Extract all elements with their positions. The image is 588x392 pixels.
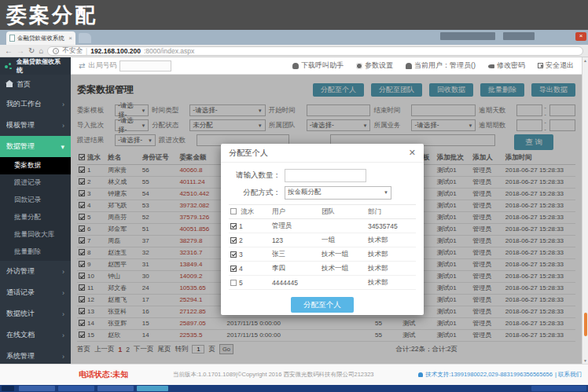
modal-row-select-cell: 4 bbox=[229, 262, 270, 276]
applink-change-password[interactable]: 修改密码 bbox=[488, 60, 525, 71]
applink-label: 参数设置 bbox=[365, 60, 393, 71]
browser-address-bar: ← → ↻ ⌂ i 不安全 | 192.168.100.200 :8000/in… bbox=[0, 45, 588, 57]
chevron-icon: › bbox=[62, 353, 64, 361]
applink-current-user[interactable]: 当前用户：管理员() bbox=[406, 60, 476, 71]
modal-row-checkbox[interactable] bbox=[230, 237, 237, 244]
refresh-icon[interactable]: ↻ bbox=[28, 46, 35, 57]
applink-param-settings[interactable]: 参数设置 bbox=[356, 60, 393, 71]
modal-table-row[interactable]: 54444445技术部 bbox=[229, 276, 416, 290]
sidebar-item-label: 我的工作台 bbox=[6, 99, 62, 109]
sidebar-item-label: 系统管理 bbox=[6, 351, 62, 361]
sidebar-item-system-mgmt[interactable]: 系统管理› bbox=[0, 346, 71, 364]
modal-row-seq: 2 bbox=[239, 236, 243, 244]
sidebar-item-case-data[interactable]: 委案数据 bbox=[0, 157, 71, 174]
modal-cell-dept: 技术部 bbox=[366, 262, 416, 276]
phone-status: 电话状态:未知 bbox=[79, 369, 128, 380]
tab-title: 金融贷款催收系统 bbox=[17, 35, 66, 42]
appbar-links: 下载呼叫助手参数设置当前用户：管理员()修改密码安全退出 bbox=[292, 60, 574, 71]
scrollbar-thumb[interactable] bbox=[584, 313, 587, 336]
sidebar-item-batch-recycle[interactable]: 批量回收大库 bbox=[0, 226, 71, 244]
contact-link[interactable]: | 联系我们 bbox=[555, 371, 582, 379]
browser-tab[interactable]: 金融贷款催收系统 × bbox=[6, 31, 75, 45]
sidebar-item-label: 在线文档 bbox=[6, 330, 62, 340]
applink-label: 修改密码 bbox=[497, 60, 525, 71]
security-label: 不安全 bbox=[62, 46, 83, 56]
scrollbar[interactable]: ▲ ▼ bbox=[582, 57, 588, 364]
modal-table-row[interactable]: 2123一组技术部 bbox=[229, 233, 416, 247]
sidebar-item-batch-delete[interactable]: 批量删除 bbox=[0, 244, 71, 261]
sidebar-item-online-docs[interactable]: 在线文档› bbox=[0, 324, 71, 346]
modal-assign-button[interactable]: 分配至个人 bbox=[291, 297, 354, 313]
taskbar-tray bbox=[531, 386, 586, 391]
sidebar-item-visit-mgmt[interactable]: 外访管理› bbox=[0, 261, 71, 282]
assign-method-value: 按金额分配 bbox=[288, 188, 322, 197]
applink-download-helper[interactable]: 下载呼叫助手 bbox=[292, 60, 344, 71]
scroll-down-icon[interactable]: ▼ bbox=[582, 358, 588, 363]
background-window bbox=[503, 32, 535, 40]
modal-cell-team bbox=[320, 219, 366, 233]
sidebar: 首页我的工作台›模板管理›数据管理▾委案数据跟进记录回款记录批量分配批量回收大库… bbox=[0, 75, 71, 364]
url-path: :8000/index.aspx bbox=[144, 47, 194, 55]
modal-column-header-2: 团队 bbox=[320, 205, 366, 219]
modal-row-checkbox[interactable] bbox=[230, 280, 237, 286]
new-tab-button[interactable] bbox=[79, 33, 91, 43]
modal-row-select-cell: 2 bbox=[229, 233, 270, 247]
modal-table-row[interactable]: 1管理员34535745 bbox=[229, 219, 416, 233]
home-nav-icon[interactable]: ⌂ bbox=[39, 46, 43, 57]
modal-cell-user: 4444445 bbox=[270, 276, 320, 290]
modal-table-row[interactable]: 3张三技术一组技术部 bbox=[229, 247, 416, 262]
outbound-number-input[interactable] bbox=[119, 60, 171, 71]
back-icon[interactable]: ← bbox=[5, 46, 13, 57]
applink-logout[interactable]: 安全退出 bbox=[538, 60, 574, 71]
sidebar-item-batch-assign[interactable]: 批量分配 bbox=[0, 209, 71, 226]
sidebar-item-follow-records[interactable]: 跟进记录 bbox=[0, 174, 71, 192]
modal-select-all-checkbox[interactable] bbox=[230, 208, 237, 214]
modal-row-checkbox[interactable] bbox=[230, 266, 237, 272]
modal-row-checkbox[interactable] bbox=[230, 251, 237, 258]
url-separator: | bbox=[86, 47, 87, 55]
sidebar-item-data-mgmt[interactable]: 数据管理▾ bbox=[0, 136, 71, 157]
modal-cell-dept: 技术部 bbox=[366, 233, 416, 247]
sidebar-item-data-stats[interactable]: 数据统计› bbox=[0, 303, 71, 324]
support-info: 技术支持:13991980022,029-8831996356565656 | … bbox=[418, 371, 588, 379]
taskbar-window-button[interactable] bbox=[137, 386, 168, 391]
quantity-input[interactable] bbox=[285, 169, 366, 182]
method-label: 分配方式： bbox=[229, 188, 281, 198]
support-phone: 技术支持:13991980022,029-8831996356565656 bbox=[425, 371, 553, 379]
modal-header: 分配至个人 ✕ bbox=[221, 144, 424, 163]
sidebar-item-call-records[interactable]: 通话记录› bbox=[0, 282, 71, 303]
os-taskbar bbox=[0, 385, 588, 392]
sidebar-item-template-mgmt[interactable]: 模板管理› bbox=[0, 115, 71, 136]
modal-cell-team: 技术一组 bbox=[320, 247, 366, 262]
url-field[interactable]: i 不安全 | 192.168.100.200 :8000/index.aspx bbox=[47, 46, 583, 56]
start-button[interactable] bbox=[2, 386, 14, 391]
modal-cell-team: 技术一组 bbox=[320, 262, 366, 276]
sidebar-item-label: 首页 bbox=[17, 79, 64, 90]
tab-close-icon[interactable]: × bbox=[68, 35, 72, 42]
taskbar-window-button[interactable] bbox=[19, 386, 55, 391]
modal-table-row[interactable]: 4李四技术一组技术部 bbox=[229, 262, 416, 276]
outbound-number-group: ⇄ 出局号码 bbox=[79, 60, 171, 71]
info-icon[interactable]: i bbox=[53, 48, 59, 54]
modal-user-table: 流水用户团队部门 1管理员345357452123一组技术部3张三技术一组技术部… bbox=[229, 204, 416, 290]
taskbar-window-button[interactable] bbox=[58, 386, 94, 391]
modal-row-seq: 5 bbox=[239, 279, 243, 287]
chevron-icon: ▾ bbox=[61, 143, 64, 151]
modal-cell-team bbox=[320, 276, 366, 290]
modal-row-checkbox[interactable] bbox=[230, 223, 237, 229]
user-icon bbox=[406, 63, 412, 69]
sidebar-item-home[interactable]: 首页 bbox=[0, 75, 71, 93]
key-icon bbox=[488, 64, 494, 68]
background-window bbox=[440, 32, 495, 40]
sidebar-item-repay-records[interactable]: 回款记录 bbox=[0, 192, 71, 209]
modal-row-select-cell: 3 bbox=[229, 247, 270, 262]
sidebar-item-workbench[interactable]: 我的工作台› bbox=[0, 93, 71, 115]
browser-close-button[interactable]: × bbox=[575, 32, 586, 41]
sidebar-item-label: 模板管理 bbox=[6, 120, 62, 130]
sidebar-item-label: 数据统计 bbox=[6, 309, 62, 319]
taskbar-window-button[interactable] bbox=[97, 386, 134, 391]
scroll-up-icon[interactable]: ▲ bbox=[582, 58, 588, 63]
assign-method-select[interactable]: 按金额分配 ▼ bbox=[285, 186, 391, 200]
forward-icon[interactable]: → bbox=[17, 46, 24, 57]
close-icon[interactable]: ✕ bbox=[409, 148, 416, 158]
